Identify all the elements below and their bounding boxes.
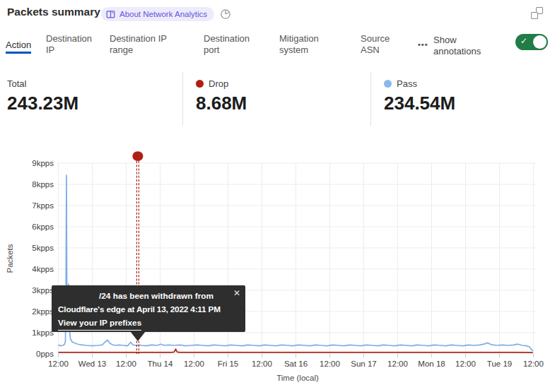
view-ip-prefixes-link[interactable]: View your IP prefixes [58,316,141,331]
y-tick-label: 5kpps [32,244,54,252]
y-tick-label: 9kpps [32,159,54,167]
page-title: Packets summary [7,6,100,18]
show-annotations-toggle[interactable]: ✓ [515,34,548,50]
about-network-analytics-badge[interactable]: About Network Analytics [101,7,214,21]
annotation-dot [132,151,143,161]
x-tick-label: 12:00 [48,360,69,368]
history-icon[interactable] [219,8,232,20]
more-tabs-icon[interactable]: ••• [418,40,428,49]
tooltip-arrow [130,331,146,341]
stat-label: Total [7,78,26,89]
tooltip-line2: Cloudflare's edge at April 13, 2022 4:11… [58,303,239,316]
tab-mitigation-system[interactable]: Mitigation system [279,33,334,55]
x-tick-label: Sat 16 [284,360,308,368]
stat-label: Drop [209,78,228,89]
stat-drop: Drop 8.68M [196,78,247,114]
tab-destination-ip-range[interactable]: Destination IP range [110,33,179,55]
tab-destination-ip[interactable]: Destination IP [46,33,101,55]
close-icon[interactable]: ✕ [233,287,240,300]
x-tick-label: 12:00 [387,360,408,368]
y-tick-label: 2kpps [32,307,54,316]
x-tick-label: 12:00 [455,360,476,368]
x-tick-label: Tue 19 [487,360,512,368]
tab-source-asn[interactable]: Source ASN [361,33,397,55]
stat-pass: Pass 234.54M [384,78,455,114]
stat-value: 243.23M [7,93,78,114]
divider [182,72,183,126]
stat-value: 234.54M [384,93,455,114]
x-tick-label: 12:00 [523,360,544,368]
x-tick-label: Thu 14 [148,360,173,368]
x-tick-label: Fri 15 [218,360,238,368]
y-axis-title: Packets [6,244,14,273]
annotation-tooltip: ✕ /24 has been withdrawn from Cloudflare… [52,285,245,332]
book-icon [106,10,115,19]
y-tick-label: 7kpps [32,201,54,210]
stat-total: Total 243.23M [7,78,78,114]
x-tick-label: 12:00 [184,360,204,368]
tab-destination-port[interactable]: Destination port [204,33,260,55]
tooltip-line1: /24 has been withdrawn from [58,290,239,303]
y-tick-label: 6kpps [32,222,54,231]
x-axis-title: Time (local) [276,374,319,382]
y-tick-label: 8kpps [32,180,54,189]
divider [370,72,371,126]
badge-label: About Network Analytics [119,10,207,18]
pass-dot [384,80,392,88]
y-tick-label: 1kpps [32,328,54,337]
y-tick-label: 3kpps [32,286,54,295]
toggle-knob [533,35,547,49]
x-tick-label: Mon 18 [418,360,445,368]
packets-time-series-chart[interactable]: 12:00Wed 1312:00Thu 1412:00Fri 1512:00Sa… [0,145,555,392]
drop-dot [196,80,204,88]
x-tick-label: 12:00 [320,360,340,368]
x-tick-label: 12:00 [116,360,136,368]
check-icon: ✓ [520,36,527,46]
x-tick-label: Wed 13 [78,360,106,368]
show-annotations-label: Show annotations [433,35,490,57]
x-tick-label: Sun 17 [351,360,376,368]
y-tick-label: 4kpps [32,265,54,273]
x-tick-label: 12:00 [252,360,272,368]
stat-label: Pass [397,78,417,89]
y-tick-label: 0pps [36,350,54,358]
tab-action[interactable]: Action [6,40,31,54]
expand-window-icon[interactable] [529,6,544,21]
packets-summary-panel: Packets summary About Network Analytics … [0,0,555,392]
stat-value: 8.68M [196,93,247,114]
